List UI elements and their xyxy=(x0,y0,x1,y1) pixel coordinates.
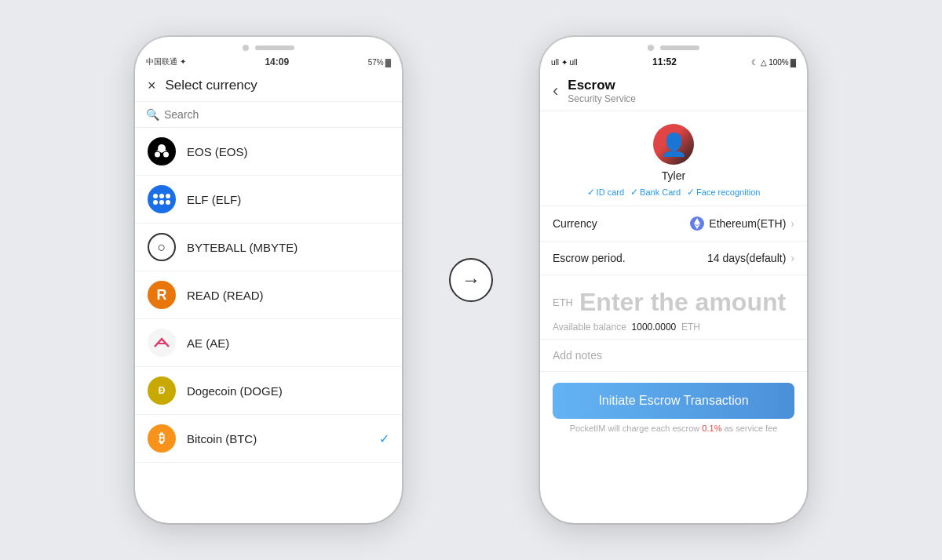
list-item[interactable]: ELF (ELF) xyxy=(135,176,402,224)
period-chevron: › xyxy=(790,252,794,264)
fee-pct: 0.1% xyxy=(702,424,721,433)
balance-label: Available balance xyxy=(553,322,626,333)
currency-label: Currency xyxy=(553,217,597,230)
fee-suffix: as service fee xyxy=(721,424,777,433)
header-title: Select currency xyxy=(166,78,257,93)
search-bar[interactable]: 🔍 xyxy=(135,102,402,128)
notes-row[interactable]: Add notes xyxy=(540,340,807,372)
balance-row: Available balance 1000.0000 ETH xyxy=(553,322,794,333)
eos-icon xyxy=(148,137,176,165)
scene: 中国联通 ✦ 14:09 57% ▓ × Select currency 🔍 xyxy=(0,0,942,560)
doge-icon: Ð xyxy=(148,376,176,405)
speaker-bar xyxy=(255,45,294,50)
svg-point-2 xyxy=(155,152,160,158)
list-item[interactable]: AE (AE) xyxy=(135,319,402,367)
elf-icon xyxy=(148,185,176,213)
amount-section: ETH Enter the amount Available balance 1… xyxy=(540,275,807,340)
eth-icon xyxy=(690,216,704,231)
period-row: Escrow period. 14 days(default) › xyxy=(540,242,807,275)
currency-value-text: Ethereum(ETH) xyxy=(709,217,786,230)
speaker-bar-right xyxy=(660,45,699,50)
currency-name: EOS (EOS) xyxy=(187,145,248,158)
list-item[interactable]: Ð Dogecoin (DOGE) xyxy=(135,367,402,415)
currency-name: Bitcoin (BTC) xyxy=(187,432,257,445)
btc-icon: ₿ xyxy=(148,424,176,453)
escrow-header: ‹ Escrow Security Service xyxy=(540,70,807,111)
currency-row: Currency Ethereum(ETH) › xyxy=(540,206,807,242)
carrier-left: 中国联通 ✦ xyxy=(146,56,186,67)
camera-dot xyxy=(243,45,249,51)
selected-checkmark: ✓ xyxy=(379,431,389,446)
escrow-title-wrap: Escrow Security Service xyxy=(568,78,636,104)
eth-label: ETH xyxy=(553,296,573,308)
left-screen: × Select currency 🔍 xyxy=(135,70,402,523)
badge-bank: ✓ Bank Card xyxy=(630,187,681,198)
user-section: 👤 Tyler ✓ ID card ✓ Bank Card ✓ Face rec… xyxy=(540,111,807,206)
balance-currency: ETH xyxy=(681,322,700,333)
battery-right: ☾ △ 100% ▓ xyxy=(751,58,796,67)
escrow-subtitle: Security Service xyxy=(568,93,636,104)
badge-id: ✓ ID card xyxy=(587,187,624,198)
list-item[interactable]: ₿ Bitcoin (BTC) ✓ xyxy=(135,415,402,463)
currency-value[interactable]: Ethereum(ETH) › xyxy=(690,216,794,231)
balance-value: 1000.0000 xyxy=(632,322,677,333)
battery-left: 57% ▓ xyxy=(368,58,391,67)
currency-name: BYTEBALL (MBYTE) xyxy=(187,241,298,254)
amount-placeholder[interactable]: Enter the amount xyxy=(579,288,786,317)
badge-face: ✓ Face recognition xyxy=(687,187,760,198)
user-badges: ✓ ID card ✓ Bank Card ✓ Face recognition xyxy=(587,187,761,198)
left-phone: 中国联通 ✦ 14:09 57% ▓ × Select currency 🔍 xyxy=(135,37,402,523)
currency-chevron: › xyxy=(790,217,794,230)
status-bar-left: 中国联通 ✦ 14:09 57% ▓ xyxy=(135,54,402,70)
currency-name: Dogecoin (DOGE) xyxy=(187,384,283,398)
currency-list: EOS (EOS) ELF (ELF) ○ BYTEBALL (MBYT xyxy=(135,128,402,523)
escrow-title: Escrow xyxy=(568,78,636,93)
phone-top-notch xyxy=(135,37,402,54)
period-label: Escrow period. xyxy=(553,252,626,264)
currency-name: ELF (ELF) xyxy=(187,193,241,206)
ae-icon xyxy=(148,329,176,357)
close-button[interactable]: × xyxy=(148,78,156,93)
read-icon: R xyxy=(148,281,176,309)
camera-dot-right xyxy=(648,45,654,51)
back-button[interactable]: ‹ xyxy=(553,81,558,101)
currency-name: READ (READ) xyxy=(187,289,264,302)
notes-placeholder: Add notes xyxy=(553,349,602,362)
list-item[interactable]: ○ BYTEBALL (MBYTE) xyxy=(135,224,402,271)
svg-marker-4 xyxy=(694,218,700,225)
time-right: 11:52 xyxy=(652,56,677,67)
phone-top-notch-right xyxy=(540,37,807,54)
svg-point-3 xyxy=(163,152,169,158)
arrow-icon: → xyxy=(449,258,493,302)
fee-prefix: PocketIM will charge each escrow xyxy=(570,424,703,433)
right-phone: ull ✦ ull 11:52 ☾ △ 100% ▓ ‹ Escrow Secu… xyxy=(540,37,807,523)
list-item[interactable]: EOS (EOS) xyxy=(135,128,402,176)
right-screen: ‹ Escrow Security Service 👤 Tyler ✓ ID c… xyxy=(540,70,807,523)
fee-note: PocketIM will charge each escrow 0.1% as… xyxy=(540,424,807,433)
amount-input-row[interactable]: ETH Enter the amount xyxy=(553,288,794,317)
period-value-text: 14 days(default) xyxy=(707,252,786,264)
period-value[interactable]: 14 days(default) › xyxy=(707,252,794,264)
avatar: 👤 xyxy=(653,124,694,165)
list-item[interactable]: R READ (READ) xyxy=(135,271,402,319)
search-input[interactable] xyxy=(164,108,391,121)
byteball-icon: ○ xyxy=(148,233,176,261)
initiate-button[interactable]: Initiate Escrow Transaction xyxy=(553,383,794,419)
time-left: 14:09 xyxy=(265,56,289,67)
carrier-right: ull ✦ ull xyxy=(551,58,578,67)
status-bar-right: ull ✦ ull 11:52 ☾ △ 100% ▓ xyxy=(540,54,807,70)
user-name: Tyler xyxy=(662,169,685,182)
search-icon: 🔍 xyxy=(146,108,159,121)
currency-header: × Select currency xyxy=(135,70,402,102)
currency-name: AE (AE) xyxy=(187,336,229,350)
